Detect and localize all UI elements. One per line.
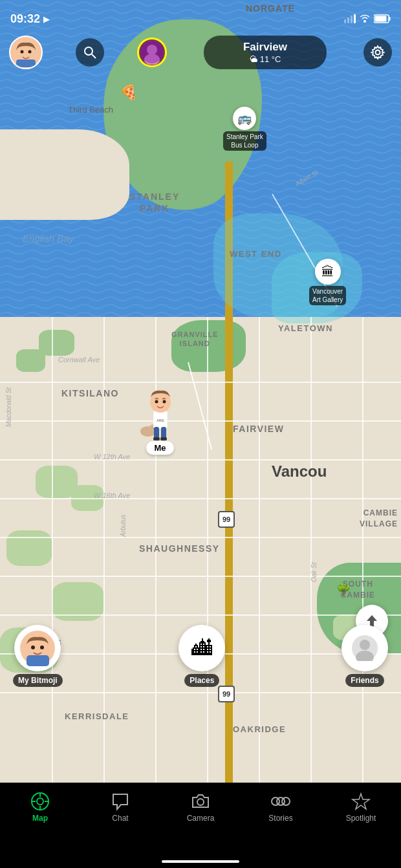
nav-item-map[interactable]: Map [0, 790, 80, 823]
svg-point-13 [163, 400, 166, 404]
status-right [344, 14, 391, 23]
highway-99-badge-top: 99 [218, 511, 235, 528]
battery-icon [374, 14, 391, 23]
svg-text:ARIE: ARIE [157, 418, 164, 422]
home-indicator [162, 860, 239, 863]
stanley-park-label: STANLEYPARK [129, 191, 180, 214]
search-button[interactable] [76, 38, 104, 67]
search-icon [83, 46, 96, 59]
svg-point-38 [141, 41, 163, 63]
svg-point-16 [40, 646, 44, 649]
kitsilano-label: KITSILANO [61, 388, 119, 398]
w16-ave-label: W 16th Ave [94, 492, 130, 499]
vancouver-label: Vancou [272, 462, 327, 481]
camera-nav-icon [191, 792, 210, 811]
svg-rect-17 [27, 655, 49, 666]
nav-arrow-icon: ▶ [43, 14, 50, 24]
friends-button[interactable]: Friends [341, 625, 388, 687]
location-name: Fairview [243, 41, 287, 54]
svg-rect-27 [389, 17, 391, 21]
time-display: 09:32 [10, 12, 40, 26]
spotlight-nav-icon [351, 792, 371, 811]
chat-nav-icon [111, 792, 130, 811]
nav-item-spotlight[interactable]: Spotlight [321, 790, 401, 823]
map-action-buttons: My Bitmoji 🏙 Places Friends [0, 625, 401, 687]
svg-point-12 [155, 400, 158, 404]
art-gallery-label: VancouverArt Gallery [309, 286, 346, 305]
map-nav-icon [30, 792, 50, 811]
location-pill[interactable]: Fairview 🌥 11 °C [204, 36, 327, 69]
art-gallery-icon: 🏛 [315, 259, 341, 285]
arbutus-label: Arbutus [120, 515, 127, 537]
svg-rect-21 [344, 19, 346, 23]
nav-item-camera[interactable]: Camera [160, 790, 241, 823]
west-end-label: WEST END [230, 249, 282, 259]
svg-point-25 [363, 20, 366, 23]
status-bar: 09:32 ▶ [0, 0, 401, 32]
stories-nav-icon [271, 792, 290, 811]
bitmoji-avatar-icon [20, 631, 56, 666]
shaughnessy-label: SHAUGHNESSY [139, 543, 220, 554]
settings-gear-icon [371, 45, 385, 60]
me-marker[interactable]: ARIE Me [139, 382, 181, 455]
nav-item-chat[interactable]: Chat [80, 790, 160, 823]
cornwall-label: Cornwall Ave [58, 356, 100, 363]
svg-point-46 [197, 799, 204, 805]
bitmoji-character: ARIE [139, 382, 181, 446]
profile-avatar-button[interactable] [9, 36, 43, 69]
kerrisdale-label: KERRISDALE [65, 711, 129, 721]
svg-point-33 [85, 47, 92, 55]
kitsilano-land [0, 129, 129, 220]
fairview-label: FAIRVIEW [233, 424, 284, 434]
nav-map-label: Map [32, 814, 48, 823]
signal-icon [344, 14, 356, 23]
weather-icon: 🌥 [250, 54, 258, 64]
granville-island-label: GRANVILLEISLAND [171, 330, 219, 349]
oakridge-label: OAKRIDGE [233, 724, 286, 734]
svg-point-30 [21, 50, 24, 54]
bus-icon: 🚌 [233, 107, 256, 130]
svg-point-19 [360, 640, 370, 650]
friends-label: Friends [345, 674, 384, 687]
svg-line-34 [92, 54, 96, 58]
status-left: 09:32 ▶ [10, 12, 50, 26]
map-view[interactable]: 🌳 NORGATE STANLEYPARK English Bay WEST E… [0, 0, 401, 783]
bus-stop-poi[interactable]: 🚌 Stanley ParkBus Loop [223, 107, 266, 151]
third-beach-label: Third Beach [68, 105, 113, 114]
me-label: Me [146, 441, 173, 455]
svg-point-39 [376, 50, 380, 55]
profile-avatar-icon [11, 38, 41, 67]
svg-point-48 [272, 797, 279, 805]
top-controls: Fairview 🌥 11 °C [0, 36, 401, 69]
nav-camera-label: Camera [187, 814, 215, 823]
cambie-village-label: CAMBIEVILLAGE [360, 508, 398, 530]
nav-stories-label: Stories [268, 814, 292, 823]
svg-point-11 [150, 392, 171, 413]
settings-button[interactable] [363, 38, 392, 67]
macdonald-label: Macdonald St [5, 387, 12, 427]
friend-avatar-icon [140, 40, 164, 65]
svg-point-49 [282, 797, 290, 805]
svg-rect-10 [160, 437, 167, 440]
my-bitmoji-button[interactable]: My Bitmoji [13, 625, 63, 687]
weather-display: 🌥 11 °C [250, 54, 281, 64]
bottom-navigation: Map Chat Camera Stories Spotlight [0, 783, 401, 868]
svg-rect-28 [375, 16, 387, 22]
svg-point-31 [28, 50, 32, 54]
nav-chat-label: Chat [112, 814, 128, 823]
svg-rect-23 [351, 16, 352, 23]
places-button[interactable]: 🏙 Places [179, 625, 225, 687]
nav-spotlight-label: Spotlight [346, 814, 376, 823]
places-label: Places [184, 674, 219, 687]
highway-99-badge-bottom: 99 [218, 686, 235, 702]
wifi-icon [359, 14, 371, 23]
friend-avatar-button[interactable] [137, 38, 167, 67]
friends-icon [341, 625, 388, 671]
pizza-emoji: 🍕 [120, 84, 137, 101]
english-bay-label: English Bay [23, 233, 74, 244]
svg-rect-32 [16, 60, 36, 67]
art-gallery-poi[interactable]: 🏛 VancouverArt Gallery [309, 259, 346, 305]
nav-item-stories[interactable]: Stories [241, 790, 321, 823]
svg-point-41 [37, 798, 43, 805]
w12-ave-label: W 12th Ave [94, 453, 130, 461]
